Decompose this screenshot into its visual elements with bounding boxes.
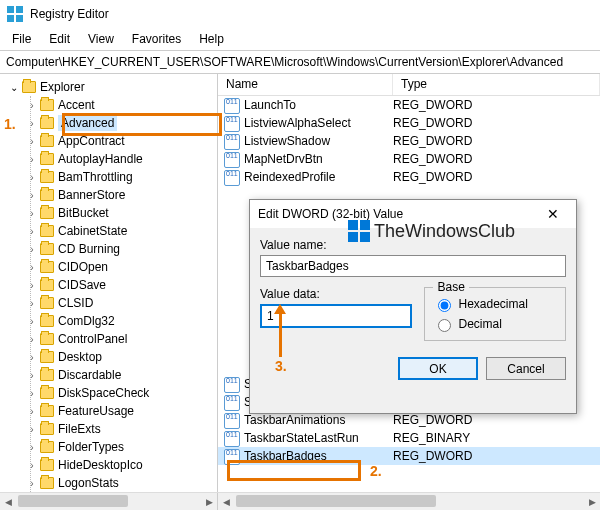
dword-icon: [224, 449, 240, 463]
expand-icon[interactable]: ›: [26, 316, 38, 327]
tree-item[interactable]: ›AppContract: [4, 132, 217, 150]
row-name: ListviewShadow: [244, 134, 393, 148]
tree-item[interactable]: ›CabinetState: [4, 222, 217, 240]
expand-icon[interactable]: ›: [26, 190, 38, 201]
tree-item[interactable]: ›CLSID: [4, 294, 217, 312]
regedit-icon: [6, 5, 24, 23]
window-title: Registry Editor: [30, 7, 109, 21]
expand-icon[interactable]: ›: [26, 172, 38, 183]
ok-button[interactable]: OK: [398, 357, 478, 380]
list-row[interactable]: ReindexedProfileREG_DWORD: [218, 168, 600, 186]
folder-icon: [40, 369, 54, 381]
expand-icon[interactable]: ›: [26, 370, 38, 381]
row-name: TaskbarAnimations: [244, 413, 393, 427]
cancel-button[interactable]: Cancel: [486, 357, 566, 380]
scroll-left-icon[interactable]: ◀: [218, 493, 234, 510]
tree-item[interactable]: ›DiskSpaceCheck: [4, 384, 217, 402]
expand-icon[interactable]: ›: [26, 280, 38, 291]
expand-icon[interactable]: ›: [26, 154, 38, 165]
row-type: REG_DWORD: [393, 98, 472, 112]
expand-icon[interactable]: ›: [26, 334, 38, 345]
menu-file[interactable]: File: [4, 30, 39, 48]
tree-item[interactable]: ›Desktop: [4, 348, 217, 366]
tree-item[interactable]: ›FeatureUsage: [4, 402, 217, 420]
radio-hex-input[interactable]: [438, 299, 451, 312]
dword-icon: [224, 377, 240, 391]
list-row[interactable]: ListviewAlphaSelectREG_DWORD: [218, 114, 600, 132]
expand-icon[interactable]: ›: [26, 406, 38, 417]
menu-favorites[interactable]: Favorites: [124, 30, 189, 48]
menu-help[interactable]: Help: [191, 30, 232, 48]
dword-icon: [224, 98, 240, 112]
tree-item[interactable]: ›Discardable: [4, 366, 217, 384]
close-icon[interactable]: ✕: [538, 206, 568, 222]
scroll-right-icon[interactable]: ▶: [201, 493, 217, 510]
tree-item-explorer[interactable]: ⌄Explorer: [4, 78, 217, 96]
list-scroll-thumb[interactable]: [236, 495, 436, 507]
expand-icon[interactable]: ›: [26, 136, 38, 147]
row-name: MapNetDrvBtn: [244, 152, 393, 166]
tree-item[interactable]: ›FolderTypes: [4, 438, 217, 456]
tree-item[interactable]: ›BitBucket: [4, 204, 217, 222]
expand-icon[interactable]: ›: [26, 100, 38, 111]
expand-icon[interactable]: ›: [26, 118, 38, 129]
folder-icon: [40, 315, 54, 327]
radio-dec-input[interactable]: [438, 319, 451, 332]
expand-icon[interactable]: ›: [26, 244, 38, 255]
tree-item[interactable]: ›BamThrottling: [4, 168, 217, 186]
tree-item[interactable]: ›Advanced: [4, 114, 217, 132]
menu-edit[interactable]: Edit: [41, 30, 78, 48]
expand-icon[interactable]: ›: [26, 442, 38, 453]
expand-icon[interactable]: ›: [26, 424, 38, 435]
tree-item[interactable]: ›ControlPanel: [4, 330, 217, 348]
valuename-input[interactable]: [260, 255, 566, 277]
dword-icon: [224, 431, 240, 445]
expand-icon[interactable]: ›: [26, 262, 38, 273]
expand-icon[interactable]: ›: [26, 460, 38, 471]
expand-icon[interactable]: ›: [26, 388, 38, 399]
expand-icon[interactable]: ›: [26, 298, 38, 309]
base-group: Base Hexadecimal Decimal: [424, 287, 566, 341]
dword-icon: [224, 395, 240, 409]
scroll-right-icon[interactable]: ▶: [584, 493, 600, 510]
radio-dec[interactable]: Decimal: [433, 314, 557, 334]
scroll-left-icon[interactable]: ◀: [0, 493, 16, 510]
list-row[interactable]: TaskbarStateLastRunREG_BINARY: [218, 429, 600, 447]
tree-item[interactable]: ›CIDSave: [4, 276, 217, 294]
folder-icon: [40, 387, 54, 399]
folder-icon: [40, 477, 54, 489]
list-row[interactable]: MapNetDrvBtnREG_DWORD: [218, 150, 600, 168]
folder-icon: [40, 189, 54, 201]
tree-item[interactable]: ›ComDlg32: [4, 312, 217, 330]
tree-item[interactable]: ›LogonStats: [4, 474, 217, 492]
expand-icon[interactable]: ›: [26, 352, 38, 363]
row-type: REG_DWORD: [393, 116, 472, 130]
expand-icon[interactable]: ›: [26, 226, 38, 237]
radio-hex[interactable]: Hexadecimal: [433, 294, 557, 314]
menu-view[interactable]: View: [80, 30, 122, 48]
folder-icon: [40, 261, 54, 273]
folder-icon: [40, 243, 54, 255]
col-name[interactable]: Name: [218, 74, 393, 95]
tree-item[interactable]: ›CD Burning: [4, 240, 217, 258]
tree-item[interactable]: ›Accent: [4, 96, 217, 114]
tree-item[interactable]: ›AutoplayHandle: [4, 150, 217, 168]
tree-item[interactable]: ›CIDOpen: [4, 258, 217, 276]
tree-scroll-thumb[interactable]: [18, 495, 128, 507]
annotation-arrow-3: [279, 311, 282, 357]
tree-item[interactable]: ›FileExts: [4, 420, 217, 438]
list-row[interactable]: ListviewShadowREG_DWORD: [218, 132, 600, 150]
title-bar: Registry Editor: [0, 0, 600, 28]
tree-item[interactable]: ›BannerStore: [4, 186, 217, 204]
expand-icon[interactable]: ›: [26, 208, 38, 219]
tree-item[interactable]: ›HideDesktopIco: [4, 456, 217, 474]
list-row[interactable]: LaunchToREG_DWORD: [218, 96, 600, 114]
expand-icon[interactable]: ›: [26, 478, 38, 489]
list-row[interactable]: TaskbarBadgesREG_DWORD: [218, 447, 600, 465]
menu-bar: File Edit View Favorites Help: [0, 28, 600, 50]
address-bar[interactable]: Computer\HKEY_CURRENT_USER\SOFTWARE\Micr…: [0, 50, 600, 74]
collapse-icon[interactable]: ⌄: [8, 82, 20, 93]
col-type[interactable]: Type: [393, 74, 600, 95]
folder-icon: [40, 423, 54, 435]
folder-icon: [40, 135, 54, 147]
